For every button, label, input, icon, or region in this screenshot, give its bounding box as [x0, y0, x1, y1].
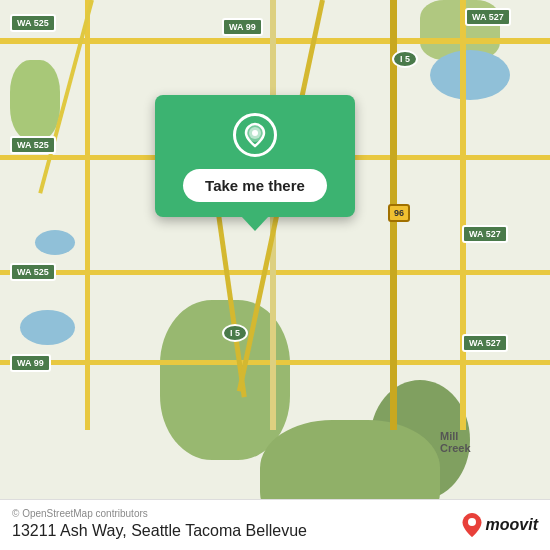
svg-point-3	[468, 518, 476, 526]
map-container: WA 99 WA 525 WA 527 I 5 WA 99 WA 525 96 …	[0, 0, 550, 550]
shield-wa99-top: WA 99	[222, 18, 263, 36]
location-icon	[233, 113, 277, 157]
lake-2	[430, 50, 510, 100]
shield-wa525-left: WA 525	[10, 14, 56, 32]
map-attribution: © OpenStreetMap contributors	[12, 508, 538, 519]
popup-card: Take me there	[155, 95, 355, 217]
lake-3	[35, 230, 75, 255]
road-v4	[460, 0, 466, 430]
svg-point-2	[252, 130, 258, 136]
moovit-brand-text: moovit	[486, 516, 538, 534]
place-label-mill-creek: MillCreek	[440, 430, 471, 454]
shield-wa99-low: WA 99	[10, 354, 51, 372]
shield-wa527-mid: WA 527	[462, 225, 508, 243]
shield-wa527-low: WA 527	[462, 334, 508, 352]
take-me-there-button[interactable]: Take me there	[183, 169, 327, 202]
forest-area-3	[10, 60, 60, 140]
shield-wa525-mid: WA 525	[10, 136, 56, 154]
info-bar: © OpenStreetMap contributors 13211 Ash W…	[0, 499, 550, 550]
moovit-logo: moovit	[461, 512, 538, 538]
lake-1	[20, 310, 75, 345]
shield-i5-top: I 5	[392, 50, 418, 68]
moovit-pin-icon	[461, 512, 483, 538]
shield-wa527-right: WA 527	[465, 8, 511, 26]
location-pin-icon	[244, 122, 266, 148]
shield-i5-low: I 5	[222, 324, 248, 342]
shield-wa525-low: WA 525	[10, 263, 56, 281]
road-v1	[85, 0, 90, 430]
shield-wa96: 96	[388, 204, 410, 222]
address-label: 13211 Ash Way, Seattle Tacoma Bellevue	[12, 522, 538, 540]
